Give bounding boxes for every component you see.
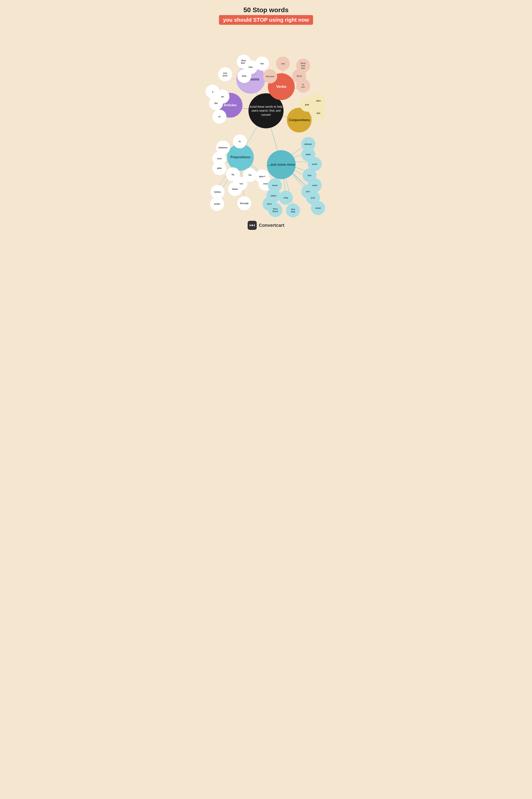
word-in: in — [233, 134, 247, 148]
word-also: also — [311, 94, 325, 108]
word-after: after — [212, 161, 226, 175]
word-her: her — [255, 57, 269, 71]
diagram: Avoid these words to help users search, … — [202, 31, 330, 217]
word-is-are: isare — [296, 79, 310, 93]
word-most: most — [311, 201, 325, 215]
articles-label: Articles — [224, 103, 236, 107]
conjunctions-label: Conjunctions — [289, 118, 310, 122]
word-here-there: herethere — [268, 203, 282, 217]
word-but: but — [311, 106, 325, 120]
word-of: of — [212, 110, 226, 123]
verbs-label: Verbs — [276, 84, 286, 89]
word-you-your: youyour — [218, 67, 232, 81]
more-node: ...and some more — [267, 150, 296, 179]
word-become: become — [263, 69, 277, 83]
word-the: the — [209, 96, 223, 110]
subtitle: you should STOP using right now — [219, 15, 313, 25]
word-down: down — [228, 182, 242, 196]
center-text: Avoid these words to help users search, … — [248, 105, 284, 117]
word-this-that: thisthat — [286, 204, 300, 217]
word-only: only — [279, 191, 293, 205]
prepositions-label: Prepositions — [230, 155, 250, 159]
brand-logo — [248, 221, 257, 230]
word-can: can — [276, 57, 290, 71]
word-ime: I/me — [237, 69, 251, 83]
footer: Convertcart — [202, 221, 330, 230]
svg-rect-50 — [251, 225, 253, 226]
word-under: under — [210, 197, 224, 211]
word-through: through — [237, 196, 251, 210]
page-container: 50 Stop words you should STOP using righ… — [198, 0, 334, 242]
brand-name: Convertcart — [259, 223, 284, 228]
main-title: 50 Stop words — [202, 6, 330, 14]
header: 50 Stop words you should STOP using righ… — [202, 6, 330, 25]
more-label: ...and some more — [268, 163, 295, 167]
